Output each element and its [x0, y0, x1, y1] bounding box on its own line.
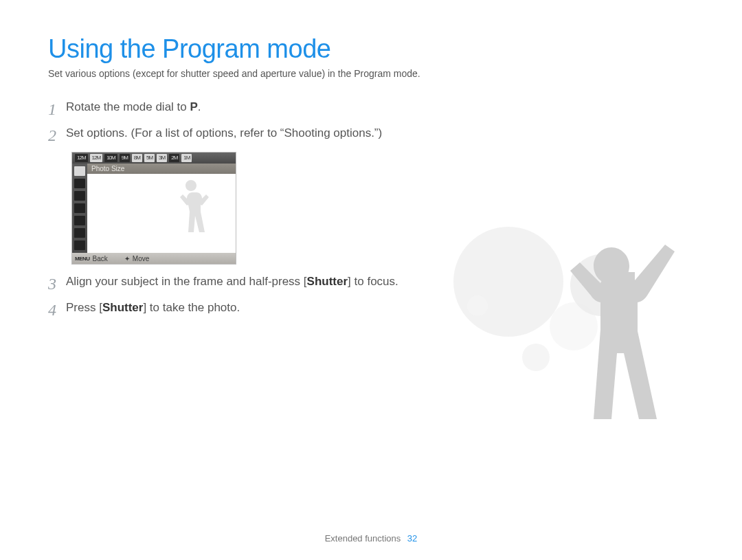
steps-list: 1 Rotate the mode dial to P. 2 Set optio… [48, 100, 433, 318]
back-label: Back [93, 255, 108, 262]
step-text: Set options. (For a list of options, ref… [66, 126, 433, 144]
lcd-bottom-bar: MENU Back ✦ Move [72, 253, 236, 264]
size-chip: 12M [90, 154, 103, 162]
step-4: 4 Press [Shutter] to take the photo. [48, 300, 433, 318]
lcd-label: Photo Size [87, 164, 236, 174]
step-1: 1 Rotate the mode dial to P. [48, 100, 433, 117]
shutter-key: Shutter [307, 275, 348, 288]
child-silhouette-icon [167, 176, 215, 245]
camera-lcd-illustration: 12M 12M 10M 9M 8M 5M 3M 2M 1M Photo S [71, 152, 236, 265]
lcd-top-bar: 12M 12M 10M 9M 8M 5M 3M 2M 1M [72, 153, 236, 164]
size-chip: 8M [132, 154, 142, 162]
step-text: Align your subject in the frame and half… [66, 274, 433, 292]
side-icon [74, 191, 85, 201]
page-subtitle: Set various options (except for shutter … [48, 68, 694, 79]
size-chip: 10M [104, 154, 117, 162]
size-chip: 12M [75, 154, 88, 162]
size-chip: 9M [120, 154, 130, 162]
page-footer: Extended functions 32 [0, 533, 742, 544]
side-icon [74, 179, 85, 188]
step-number: 1 [48, 101, 66, 117]
side-icon [74, 240, 85, 250]
page-title: Using the Program mode [48, 34, 694, 64]
size-chip: 1M [181, 154, 192, 162]
side-icon [74, 203, 85, 213]
step-text: Rotate the mode dial to P. [66, 100, 433, 117]
move-icon: ✦ [124, 255, 130, 262]
step-2: 2 Set options. (For a list of options, r… [48, 126, 433, 144]
step-number: 3 [48, 276, 66, 292]
footer-page-number: 32 [407, 533, 417, 544]
size-chip: 3M [157, 154, 167, 162]
step-number: 2 [48, 127, 66, 144]
step-number: 4 [48, 302, 66, 318]
step-text: Press [Shutter] to take the photo. [66, 300, 433, 318]
step-3: 3 Align your subject in the frame and ha… [48, 274, 433, 292]
move-label: Move [133, 255, 149, 262]
mode-p-icon: P [190, 100, 198, 115]
menu-icon: MENU [75, 256, 90, 262]
size-chip: 2M [169, 154, 179, 162]
side-icon [74, 166, 85, 176]
shutter-key: Shutter [102, 301, 144, 314]
side-icon [74, 216, 85, 225]
lcd-preview: Photo Size [87, 164, 236, 253]
footer-section: Extended functions [325, 533, 401, 544]
side-icon [74, 228, 85, 238]
lcd-side-bar [72, 164, 87, 253]
size-chip: 5M [144, 154, 155, 162]
